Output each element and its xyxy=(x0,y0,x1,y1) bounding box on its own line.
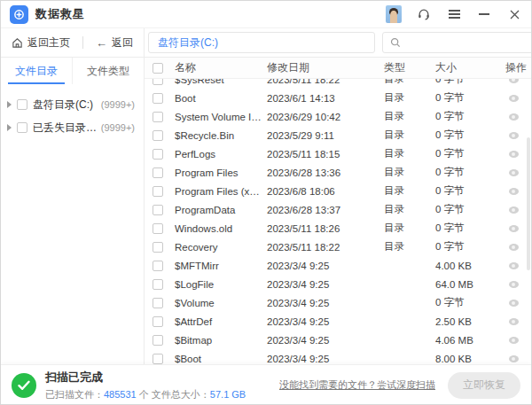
preview-eye-icon[interactable] xyxy=(509,206,519,214)
row-checkbox[interactable] xyxy=(153,186,163,197)
row-action-cell xyxy=(501,300,531,307)
row-checkbox[interactable] xyxy=(153,298,163,308)
file-size: 2.50 KB xyxy=(435,316,501,327)
file-date: 2023/3/4 9:25 xyxy=(267,279,384,290)
file-size: 0 字节 xyxy=(435,91,501,105)
column-header-type[interactable]: 类型 xyxy=(384,60,435,75)
table-row[interactable]: $Bitmap2023/3/4 9:254.06 MB xyxy=(145,331,531,349)
table-row[interactable]: ProgramData2023/6/28 13:37目录0 字节 xyxy=(145,200,531,219)
file-date: 2023/6/28 13:36 xyxy=(267,167,384,178)
toolbar: 返回主页 ← 返回 盘符目录(C:) xyxy=(1,27,531,58)
row-action-cell xyxy=(501,355,531,362)
preview-eye-icon[interactable] xyxy=(509,225,519,232)
preview-eye-icon[interactable] xyxy=(509,300,519,307)
column-header-size[interactable]: 大小 xyxy=(435,60,501,75)
row-checkbox[interactable] xyxy=(153,223,163,234)
row-action-cell xyxy=(501,281,531,288)
row-action-cell xyxy=(501,337,531,344)
file-type: 目录 xyxy=(384,203,435,216)
tab-file-directory[interactable]: 文件目录 xyxy=(1,58,72,84)
file-size: 4.00 KB xyxy=(435,261,501,271)
table-row[interactable]: System Volume Inf...2023/6/29 10:42目录0 字… xyxy=(145,107,531,126)
table-row[interactable]: Recovery2023/5/11 18:22目录0 字节 xyxy=(145,238,531,256)
file-type: 目录 xyxy=(384,240,435,253)
search-input[interactable] xyxy=(406,36,532,49)
file-name: Windows.old xyxy=(175,223,267,234)
table-row[interactable]: Boot2023/6/1 14:13目录0 字节 xyxy=(145,89,531,107)
row-checkbox[interactable] xyxy=(153,130,163,141)
row-checkbox[interactable] xyxy=(153,261,163,271)
table-row[interactable]: $AttrDef2023/3/4 9:252.50 KB xyxy=(145,312,531,331)
table-row[interactable]: $Volume2023/3/4 9:250 字节 xyxy=(145,293,531,312)
column-header-name[interactable]: 名称 xyxy=(175,60,267,75)
row-checkbox[interactable] xyxy=(153,316,163,327)
preview-eye-icon[interactable] xyxy=(509,281,519,288)
breadcrumb[interactable]: 盘符目录(C:) xyxy=(148,32,375,53)
status-bar: 扫描已完成 已扫描文件：485531 个 文件总大小：57.1 GB 没能找到需… xyxy=(1,364,531,405)
table-scrollbar[interactable] xyxy=(527,137,530,270)
row-checkbox[interactable] xyxy=(153,167,163,178)
row-checkbox[interactable] xyxy=(153,149,163,160)
search-box[interactable] xyxy=(382,32,532,53)
table-row[interactable]: $Boot2023/3/4 9:258.00 KB xyxy=(145,349,531,364)
preview-eye-icon[interactable] xyxy=(509,169,519,176)
table-row[interactable]: $Recycle.Bin2023/5/29 9:11目录0 字节 xyxy=(145,126,531,144)
recover-button[interactable]: 立即恢复 xyxy=(448,372,520,399)
user-avatar[interactable] xyxy=(386,5,402,23)
file-size: 8.00 KB xyxy=(435,354,501,364)
row-checkbox[interactable] xyxy=(153,93,163,104)
scan-stats: 已扫描文件：485531 个 文件总大小：57.1 GB xyxy=(45,388,246,401)
file-type: 目录 xyxy=(384,79,435,86)
file-date: 2023/6/29 10:42 xyxy=(267,112,384,122)
table-row[interactable]: Windows.old2023/5/11 18:26目录0 字节 xyxy=(145,219,531,238)
back-button-label: 返回 xyxy=(112,35,133,51)
menu-icon[interactable] xyxy=(446,6,462,22)
row-checkbox[interactable] xyxy=(153,79,163,85)
row-checkbox[interactable] xyxy=(153,112,163,122)
file-name: ProgramData xyxy=(175,205,267,215)
preview-eye-icon[interactable] xyxy=(509,79,519,83)
tree-checkbox[interactable] xyxy=(17,122,27,133)
back-arrow-icon: ← xyxy=(96,36,107,50)
file-table-body: $SysReset2023/5/11 18:22目录0 字节Boot2023/6… xyxy=(145,79,531,364)
home-button[interactable]: 返回主页 xyxy=(12,35,70,51)
table-row[interactable]: $MFTMirr2023/3/4 9:254.00 KB xyxy=(145,256,531,275)
tree-item-lost-files[interactable]: 已丢失目录的文件 (9999+) xyxy=(1,116,144,139)
column-header-date[interactable]: 修改日期 xyxy=(267,60,384,75)
support-headset-icon[interactable] xyxy=(416,6,432,22)
row-checkbox[interactable] xyxy=(153,335,163,346)
table-row[interactable]: Program Files2023/6/28 13:36目录0 字节 xyxy=(145,163,531,182)
row-checkbox[interactable] xyxy=(153,242,163,253)
row-checkbox[interactable] xyxy=(153,205,163,215)
preview-eye-icon[interactable] xyxy=(509,188,519,195)
expand-arrow-icon[interactable] xyxy=(7,124,12,131)
close-icon[interactable] xyxy=(506,6,522,22)
row-checkbox[interactable] xyxy=(153,354,163,364)
file-size: 0 字节 xyxy=(435,222,501,235)
file-size: 0 字节 xyxy=(435,203,501,216)
table-row[interactable]: PerfLogs2023/5/11 18:15目录0 字节 xyxy=(145,144,531,163)
preview-eye-icon[interactable] xyxy=(509,355,519,362)
table-row[interactable]: $LogFile2023/3/4 9:2564.0 MB xyxy=(145,275,531,293)
expand-arrow-icon[interactable] xyxy=(7,101,12,108)
back-button[interactable]: ← 返回 xyxy=(96,35,133,51)
preview-eye-icon[interactable] xyxy=(509,95,519,102)
preview-eye-icon[interactable] xyxy=(509,151,519,158)
preview-eye-icon[interactable] xyxy=(509,337,519,344)
tree-item-drive-c[interactable]: 盘符目录(C:) (9999+) xyxy=(1,93,144,116)
preview-eye-icon[interactable] xyxy=(509,113,519,121)
deep-scan-link[interactable]: 没能找到需要的文件？尝试深度扫描 xyxy=(279,378,435,392)
preview-eye-icon[interactable] xyxy=(509,132,519,139)
tree-item-label: 盘符目录(C:) xyxy=(33,97,98,113)
tab-file-type[interactable]: 文件类型 xyxy=(72,58,144,84)
preview-eye-icon[interactable] xyxy=(509,244,519,251)
table-row[interactable]: Program Files (x86)2023/6/8 18:06目录0 字节 xyxy=(145,182,531,200)
preview-eye-icon[interactable] xyxy=(509,318,519,325)
preview-eye-icon[interactable] xyxy=(509,262,519,269)
toolbar-divider xyxy=(82,36,83,49)
table-row[interactable]: $SysReset2023/5/11 18:22目录0 字节 xyxy=(145,79,531,89)
select-all-checkbox[interactable] xyxy=(153,63,163,74)
minimize-icon[interactable] xyxy=(476,6,492,22)
tree-checkbox[interactable] xyxy=(17,99,27,110)
row-checkbox[interactable] xyxy=(153,279,163,290)
